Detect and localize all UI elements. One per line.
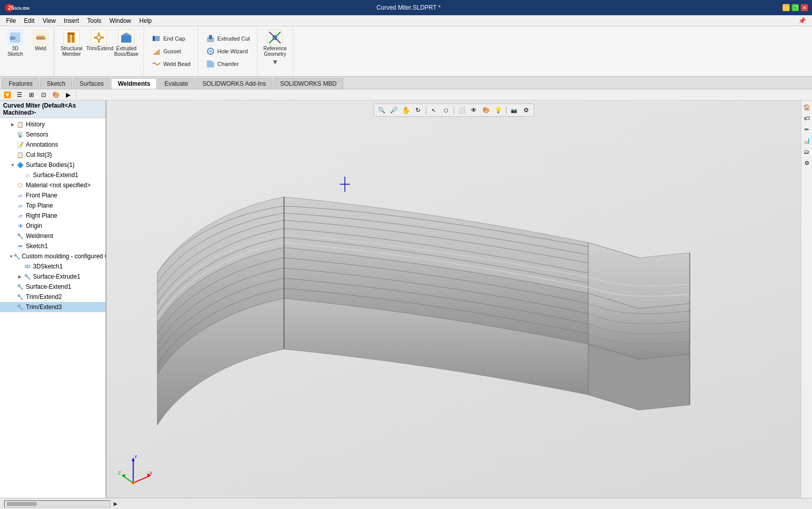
view-orientation-button[interactable]: 📷	[508, 105, 519, 115]
end-cap-button[interactable]: End Cap	[148, 32, 194, 45]
trim-extend2-icon: 🔧	[16, 293, 24, 301]
tree-item-origin[interactable]: ✛ Origin	[0, 221, 105, 231]
svg-text:2S: 2S	[8, 5, 15, 11]
surface-bodies-expand-arrow[interactable]: ▼	[9, 161, 16, 168]
tree-item-trim-extend3[interactable]: 🔧 Trim/Extend3	[0, 302, 105, 312]
scroll-right-button[interactable]: ▶	[111, 500, 121, 507]
viewport[interactable]: 🔍 🔎 ✋ ↻ ↖ ⬡ ⬜ 👁 🎨 💡 📷 ⚙	[107, 100, 801, 498]
scroll-bar-area[interactable]	[4, 500, 111, 507]
history-expand-arrow[interactable]: ▶	[9, 121, 16, 128]
hole-wizard-label: Hole Wizard	[218, 48, 248, 54]
restore-button[interactable]: ❐	[792, 4, 799, 11]
close-button[interactable]: ✕	[801, 4, 808, 11]
hide-show-button[interactable]: 👁	[468, 105, 479, 115]
tree-item-surface-bodies[interactable]: ▼ 🔷 Surface Bodies(1)	[0, 160, 105, 170]
menu-help[interactable]: Help	[135, 16, 156, 25]
3d-model-view	[132, 131, 740, 486]
tree-item-sensors[interactable]: 📡 Sensors	[0, 129, 105, 140]
tree-item-front-plane[interactable]: ▱ Front Plane	[0, 190, 105, 200]
zoom-to-fit-button[interactable]: 🔍	[376, 105, 387, 115]
settings-button[interactable]: ⚙	[520, 105, 532, 115]
sensors-expand-arrow[interactable]	[9, 131, 16, 138]
expand-arrow-button[interactable]: ▶	[63, 90, 73, 99]
zoom-in-button[interactable]: 🔎	[388, 105, 399, 115]
window-title: Curved Miter.SLDPRT *	[34, 4, 783, 11]
custom-moulding-arrow[interactable]: ▼	[9, 253, 13, 260]
tree-item-surface-extend1-top[interactable]: 🔧 Surface-Extend1	[0, 282, 105, 292]
reference-geometry-dropdown[interactable]: ▼	[271, 58, 278, 66]
scroll-thumb[interactable]	[7, 502, 37, 506]
appearance-button[interactable]: 🎨	[480, 105, 491, 115]
tab-solidworks-addins[interactable]: SOLIDWORKS Add-Ins	[196, 78, 272, 89]
tree-item-3dsketch1[interactable]: 3D 3DSketch1	[0, 261, 105, 272]
main-layout: Curved Miter (Default<As Machined>· ▶ 📋 …	[0, 100, 812, 498]
menu-insert[interactable]: Insert	[60, 16, 83, 25]
right-plane-icon: ▱	[16, 212, 24, 220]
reference-geometry-label: Reference Geometry	[260, 46, 290, 57]
hole-wizard-button[interactable]: Hole Wizard	[202, 45, 253, 57]
svg-marker-14	[121, 32, 131, 36]
tab-evaluate[interactable]: Evaluate	[158, 78, 195, 89]
display-style-button[interactable]: ⬜	[456, 105, 467, 115]
tree-item-sketch1[interactable]: ✏ Sketch1	[0, 241, 105, 251]
menu-edit[interactable]: Edit	[20, 16, 39, 25]
tree-item-material[interactable]: ⬡ Material <not specified>	[0, 180, 105, 190]
chamfer-button[interactable]: Chamfer	[202, 58, 253, 70]
tab-solidworks-mbd[interactable]: SOLIDWORKS MBD	[273, 78, 343, 89]
list-view-button[interactable]: ☰	[14, 90, 24, 99]
filter-button[interactable]: 🔽	[2, 90, 12, 99]
surface-extend1-child-arrow	[16, 172, 23, 179]
rotate-button[interactable]: ↻	[412, 105, 423, 115]
trim-extend3-label: Trim/Extend3	[26, 303, 62, 311]
menu-file[interactable]: File	[2, 16, 20, 25]
lighting-button[interactable]: 💡	[492, 105, 504, 115]
reference-geometry-button[interactable]: Reference Geometry	[262, 28, 288, 58]
tree-item-weldment[interactable]: 🔧 Weldment	[0, 231, 105, 241]
top-plane-icon: ▱	[16, 201, 24, 210]
annotations-expand-arrow[interactable]	[9, 141, 16, 148]
tree-item-custom-moulding[interactable]: ▼ 🔧 Custom moulding - configured CL...	[0, 251, 105, 261]
extruded-cut-button[interactable]: Extruded Cut	[202, 32, 253, 45]
toolbar-pin[interactable]: 📌	[798, 17, 806, 24]
history-icon: 📋	[16, 120, 24, 128]
tree-item-history[interactable]: ▶ 📋 History	[0, 119, 105, 129]
tab-surfaces[interactable]: Surfaces	[73, 78, 110, 89]
selection-button[interactable]: ↖	[428, 105, 439, 115]
annotations-icon: 📝	[16, 141, 24, 149]
extruded-cut-label: Extruded Cut	[218, 36, 250, 42]
tree-item-right-plane[interactable]: ▱ Right Plane	[0, 211, 105, 221]
svg-point-41	[132, 482, 135, 485]
tab-weldments[interactable]: Weldments	[111, 78, 157, 89]
feature-tree: ▶ 📋 History 📡 Sensors 📝 Annotations	[0, 118, 105, 498]
tree-item-trim-extend2[interactable]: 🔧 Trim/Extend2	[0, 292, 105, 302]
menu-tools[interactable]: Tools	[83, 16, 105, 25]
origin-icon: ✛	[16, 222, 24, 230]
pan-button[interactable]: ✋	[400, 105, 411, 115]
tab-features[interactable]: Features	[2, 78, 39, 89]
window-controls[interactable]: ─ ❐ ✕	[783, 4, 808, 11]
3d-sketch-button[interactable]: 3D 3DSketch	[2, 28, 28, 58]
menu-window[interactable]: Window	[105, 16, 135, 25]
menu-view[interactable]: View	[39, 16, 60, 25]
collapse-button[interactable]: ⊡	[39, 90, 49, 99]
trim-extend-button[interactable]: Trim/Extend	[86, 28, 112, 52]
tree-item-top-plane[interactable]: ▱ Top Plane	[0, 200, 105, 211]
group-view-button[interactable]: ⊞	[26, 90, 37, 99]
weld-bead-button[interactable]: Weld Bead	[148, 58, 194, 70]
surface-extrude1-arrow[interactable]: ▶	[16, 273, 23, 280]
sensors-label: Sensors	[26, 131, 48, 138]
tree-item-surface-extend1-child[interactable]: ◇ Surface-Extend1	[0, 170, 105, 180]
cutlist-expand-arrow[interactable]	[9, 151, 16, 158]
extruded-boss-base-button[interactable]: Extruded Boss/Base	[113, 28, 139, 58]
minimize-button[interactable]: ─	[783, 4, 790, 11]
tree-item-annotations[interactable]: 📝 Annotations	[0, 140, 105, 150]
weld-button[interactable]: Weld Weld	[29, 28, 52, 58]
tab-sketch[interactable]: Sketch	[40, 78, 72, 89]
gusset-button[interactable]: Gusset	[148, 45, 194, 57]
right-plane-arrow	[9, 212, 16, 219]
color-button[interactable]: 🎨	[51, 90, 61, 99]
tree-item-cutlist[interactable]: 📋 Cut list(3)	[0, 150, 105, 160]
structural-member-button[interactable]: Structural Member	[58, 28, 85, 58]
smart-select-button[interactable]: ⬡	[440, 105, 451, 115]
tree-item-surface-extrude1[interactable]: ▶ 🔧 Surface-Extrude1	[0, 272, 105, 282]
